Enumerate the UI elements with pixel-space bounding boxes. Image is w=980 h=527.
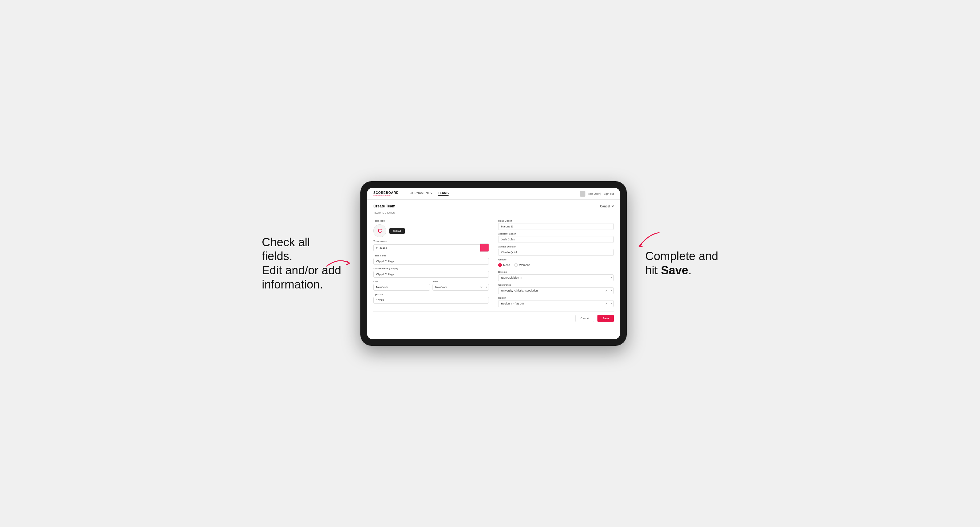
team-logo-group: Team logo C Upload: [373, 219, 489, 237]
athletic-director-input[interactable]: [498, 249, 614, 256]
left-arrow: [326, 257, 351, 271]
zip-label: Zip code: [373, 293, 489, 296]
gender-radio-group: Mens Womens: [498, 262, 614, 268]
state-group: State New York ✕ ▾: [433, 280, 489, 290]
team-colour-group: Team colour: [373, 240, 489, 252]
display-name-input[interactable]: [373, 271, 489, 278]
gender-group: Gender Mens Womens: [498, 258, 614, 268]
conference-group: Conference University Athletic Associati…: [498, 284, 614, 294]
form-layout: Team logo C Upload Team colour: [373, 219, 614, 307]
mens-label: Mens: [503, 264, 510, 267]
team-logo-label: Team logo: [373, 219, 489, 222]
assistant-coach-group: Assistant Coach: [498, 232, 614, 243]
page-header: Create Team Cancel ✕: [373, 204, 614, 208]
head-coach-group: Head Coach: [498, 219, 614, 230]
womens-radio-dot[interactable]: [514, 263, 518, 267]
division-label: Division: [498, 271, 614, 273]
city-state-row: City State New York ✕: [373, 280, 489, 290]
athletic-director-group: Athletic Director: [498, 245, 614, 256]
athletic-director-label: Athletic Director: [498, 245, 614, 248]
right-annotation-text: Complete and hit Save.: [645, 249, 718, 277]
colour-input[interactable]: [373, 244, 480, 251]
app-logo: SCOREBOARD: [373, 191, 399, 194]
annotation-line3: information.: [262, 278, 342, 292]
user-label: Test User |: [588, 192, 601, 195]
zip-group: Zip code: [373, 293, 489, 303]
assistant-coach-input[interactable]: [498, 236, 614, 243]
right-annotation: Complete and hit Save.: [645, 249, 718, 277]
display-name-group: Display name (unique): [373, 267, 489, 278]
mens-radio-dot[interactable]: [498, 263, 502, 267]
logo-letter: C: [378, 228, 382, 234]
gender-mens-option[interactable]: Mens: [498, 263, 510, 267]
division-group: Division NCAA Division III ▾: [498, 271, 614, 281]
user-avatar: [580, 191, 585, 197]
right-arrow: [636, 231, 661, 253]
division-select[interactable]: NCAA Division III: [498, 274, 614, 281]
cancel-button[interactable]: Cancel: [575, 315, 594, 322]
conference-select[interactable]: University Athletic Association: [498, 287, 614, 294]
tablet-frame: SCOREBOARD Powered by clippd TOURNAMENTS…: [360, 181, 627, 346]
state-clear-icon[interactable]: ✕: [480, 286, 483, 289]
team-name-group: Team name: [373, 254, 489, 265]
app-logo-sub: Powered by clippd: [373, 194, 399, 196]
nav-links: TOURNAMENTS TEAMS: [408, 191, 580, 196]
tablet-screen: SCOREBOARD Powered by clippd TOURNAMENTS…: [367, 188, 620, 339]
region-select-wrapper: Region II - (M) DIII ✕ ▾: [498, 300, 614, 307]
gender-label: Gender: [498, 258, 614, 261]
form-left: Team logo C Upload Team colour: [373, 219, 489, 307]
page-container: Check all fields. Edit and/or add inform…: [12, 181, 968, 346]
region-label: Region: [498, 297, 614, 299]
gender-womens-option[interactable]: Womens: [514, 263, 530, 267]
nav-bar: SCOREBOARD Powered by clippd TOURNAMENTS…: [367, 188, 620, 200]
team-name-label: Team name: [373, 254, 489, 257]
left-annotation: Check all fields. Edit and/or add inform…: [262, 235, 342, 292]
signout-link[interactable]: Sign out: [604, 192, 614, 195]
page-title: Create Team: [373, 204, 395, 208]
zip-input[interactable]: [373, 297, 489, 303]
form-footer: Cancel Save: [373, 311, 614, 322]
region-group: Region Region II - (M) DIII ✕ ▾: [498, 297, 614, 307]
division-select-wrapper: NCAA Division III ▾: [498, 274, 614, 281]
colour-swatch[interactable]: [480, 243, 489, 252]
main-content: Create Team Cancel ✕ TEAM DETAILS Team l…: [367, 200, 620, 326]
city-group: City: [373, 280, 430, 290]
form-right: Head Coach Assistant Coach Athletic Dire…: [498, 219, 614, 307]
city-state-group: City State New York ✕: [373, 280, 489, 290]
colour-field-wrapper: [373, 243, 489, 252]
region-clear-icon[interactable]: ✕: [605, 302, 608, 305]
conference-select-wrapper: University Athletic Association ✕ ▾: [498, 287, 614, 294]
section-label: TEAM DETAILS: [373, 211, 614, 216]
city-input[interactable]: [373, 284, 430, 290]
upload-button[interactable]: Upload: [389, 228, 404, 234]
state-label: State: [433, 280, 489, 283]
assistant-coach-label: Assistant Coach: [498, 232, 614, 235]
team-colour-label: Team colour: [373, 240, 489, 243]
save-button[interactable]: Save: [597, 315, 614, 322]
nav-teams[interactable]: TEAMS: [438, 191, 449, 196]
logo-upload-area: C Upload: [373, 224, 489, 237]
conference-label: Conference: [498, 284, 614, 286]
logo-circle: C: [373, 224, 386, 237]
nav-right: Test User | Sign out: [580, 191, 614, 197]
city-label: City: [373, 280, 430, 283]
region-select[interactable]: Region II - (M) DIII: [498, 300, 614, 307]
head-coach-input[interactable]: [498, 223, 614, 230]
conference-clear-icon[interactable]: ✕: [605, 289, 608, 292]
state-dropdown-wrapper: New York ✕ ▾: [433, 284, 489, 290]
head-coach-label: Head Coach: [498, 219, 614, 222]
team-name-input[interactable]: [373, 258, 489, 265]
logo-area: SCOREBOARD Powered by clippd: [373, 191, 399, 196]
close-icon: ✕: [611, 205, 614, 208]
cancel-top-button[interactable]: Cancel ✕: [600, 205, 614, 208]
nav-tournaments[interactable]: TOURNAMENTS: [408, 191, 431, 196]
display-name-label: Display name (unique): [373, 267, 489, 270]
womens-label: Womens: [519, 264, 530, 267]
